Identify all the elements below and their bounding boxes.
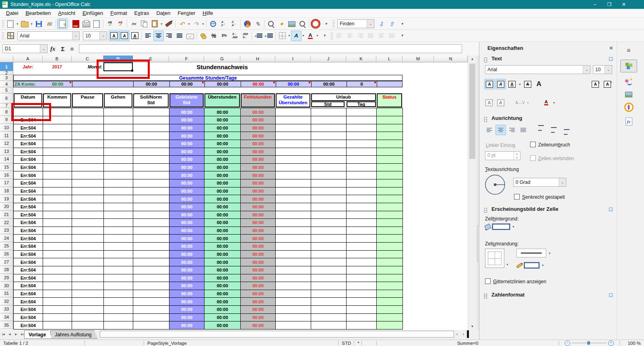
scroll-down-icon[interactable]: ▼: [468, 323, 477, 330]
cell-g12[interactable]: 00:00: [204, 140, 241, 148]
cell-a12[interactable]: Err:504: [14, 140, 43, 148]
chevron-down-icon[interactable]: ▾: [187, 22, 191, 26]
column-header-J[interactable]: J: [311, 56, 346, 62]
cell-i23[interactable]: [276, 227, 311, 235]
cell-d16[interactable]: [104, 171, 133, 179]
cell-k9[interactable]: [347, 116, 377, 124]
vertical-scrollbar-thumb[interactable]: [469, 64, 475, 159]
cell-a15[interactable]: Err:504: [14, 164, 43, 172]
cell-h34[interactable]: 00:00: [241, 314, 276, 322]
cell-k16[interactable]: [347, 171, 377, 179]
cell-j22[interactable]: [311, 219, 347, 227]
export-pdf-icon[interactable]: PDF: [70, 19, 81, 29]
cell-c12[interactable]: [72, 140, 104, 148]
cell-a1-jahr-label[interactable]: Jahr:: [13, 62, 43, 71]
cell-l25[interactable]: [377, 243, 403, 251]
cell-l28[interactable]: [377, 266, 403, 274]
cell-h32[interactable]: 00:00: [241, 298, 276, 306]
cell-h18[interactable]: 00:00: [241, 187, 276, 196]
cell-h17[interactable]: 00:00: [241, 179, 276, 187]
cell-j23[interactable]: [311, 227, 347, 235]
cell-c26[interactable]: [72, 251, 104, 259]
cell-l22[interactable]: [377, 219, 403, 227]
cell-j12[interactable]: [311, 140, 347, 148]
cell-f29[interactable]: 00:00: [169, 274, 204, 282]
cell-f25[interactable]: 00:00: [169, 243, 204, 251]
cell-i33[interactable]: [276, 306, 311, 314]
cell-h35[interactable]: 00:00: [241, 321, 276, 330]
column-header-L[interactable]: L: [376, 56, 402, 62]
cell-k8[interactable]: [347, 108, 377, 116]
cell-h22[interactable]: 00:00: [241, 219, 276, 227]
cell-d8[interactable]: [104, 108, 133, 116]
cell-d30[interactable]: [104, 282, 133, 290]
cell-g27[interactable]: 00:00: [204, 258, 241, 266]
cell-a13[interactable]: Err:504: [14, 148, 43, 156]
row-header-29[interactable]: 29: [0, 274, 13, 282]
cell-g13[interactable]: 00:00: [204, 148, 241, 156]
cell-l17[interactable]: [377, 179, 403, 187]
chevron-down-icon[interactable]: ▾: [526, 101, 530, 105]
cell-f20[interactable]: 00:00: [169, 203, 204, 211]
row-header-27[interactable]: 27: [0, 258, 13, 266]
cell-e11[interactable]: [133, 132, 169, 140]
cell-b33[interactable]: [43, 306, 72, 314]
cell-b32[interactable]: [43, 298, 72, 306]
align-object-bottom-icon[interactable]: [386, 31, 397, 41]
cell-a21[interactable]: Err:504: [14, 211, 43, 219]
cell-c9[interactable]: [72, 116, 104, 124]
font-size-select[interactable]: 10⌄: [83, 31, 107, 40]
summary-value-e4[interactable]: 00:00: [133, 81, 169, 87]
cell-b23[interactable]: [43, 227, 72, 235]
cell-f26[interactable]: 00:00: [169, 251, 204, 259]
cell-j31[interactable]: [311, 290, 347, 298]
cell-i29[interactable]: [276, 274, 311, 282]
cell-g35[interactable]: 00:00: [204, 321, 241, 330]
sheet-tab-vorlage[interactable]: Vorlage: [24, 330, 52, 339]
cell-f11[interactable]: 00:00: [169, 132, 204, 140]
cell-g14[interactable]: 00:00: [204, 156, 241, 164]
cell-f16[interactable]: 00:00: [169, 171, 204, 179]
cell-g9[interactable]: 00:00: [204, 116, 241, 124]
cell-i26[interactable]: [276, 251, 311, 259]
column-header-N[interactable]: N: [434, 56, 468, 62]
cell-h26[interactable]: 00:00: [241, 251, 276, 259]
chevron-down-icon[interactable]: ⌄: [99, 32, 107, 40]
za-konto-value[interactable]: 00:00: [43, 81, 72, 87]
cell-h33[interactable]: 00:00: [241, 306, 276, 314]
cell-j34[interactable]: [311, 314, 347, 322]
cell-e29[interactable]: [133, 274, 169, 282]
cell-e27[interactable]: [133, 258, 169, 266]
stacked-checkbox[interactable]: Senkrecht gestapelt: [514, 194, 565, 200]
cell-k31[interactable]: [347, 290, 377, 298]
align-left-icon[interactable]: [484, 125, 495, 135]
column-header-H[interactable]: H: [240, 56, 275, 62]
cell-a31[interactable]: Err:504: [14, 290, 43, 298]
chevron-down-icon[interactable]: ▾: [541, 264, 545, 267]
menu-item-ansicht[interactable]: Ansicht: [54, 9, 79, 17]
cell-c35[interactable]: [72, 321, 104, 330]
sidebar-tab-navigator[interactable]: [620, 101, 637, 113]
column-header-B[interactable]: B: [43, 56, 72, 62]
row-header-10[interactable]: 10: [0, 124, 13, 132]
align-object-left-icon[interactable]: [334, 31, 345, 41]
chevron-down-icon[interactable]: ▾: [548, 251, 551, 255]
cell-b14[interactable]: [43, 156, 72, 164]
expand-number-section[interactable]: +: [484, 293, 487, 299]
cell-k33[interactable]: [347, 306, 377, 314]
underline-icon[interactable]: A: [507, 79, 517, 89]
cell-e14[interactable]: [133, 156, 169, 164]
cell-g22[interactable]: 00:00: [204, 219, 241, 227]
cell-h28[interactable]: 00:00: [241, 266, 276, 274]
row-header-2[interactable]: 2: [0, 71, 13, 75]
cell-f18[interactable]: 00:00: [169, 187, 204, 196]
summary-value-g4[interactable]: 00:00: [204, 81, 241, 87]
cell-l29[interactable]: [377, 274, 403, 282]
sort-ascending-icon[interactable]: AZ↓: [218, 19, 229, 29]
cell-background-button[interactable]: ▾: [485, 224, 515, 230]
cell-g15[interactable]: 00:00: [204, 164, 241, 172]
find-previous-icon[interactable]: ⇧: [386, 19, 397, 29]
cell-e15[interactable]: [133, 164, 169, 172]
cell-c11[interactable]: [72, 132, 104, 140]
font-name-select[interactable]: Arial ⌄: [485, 65, 590, 74]
